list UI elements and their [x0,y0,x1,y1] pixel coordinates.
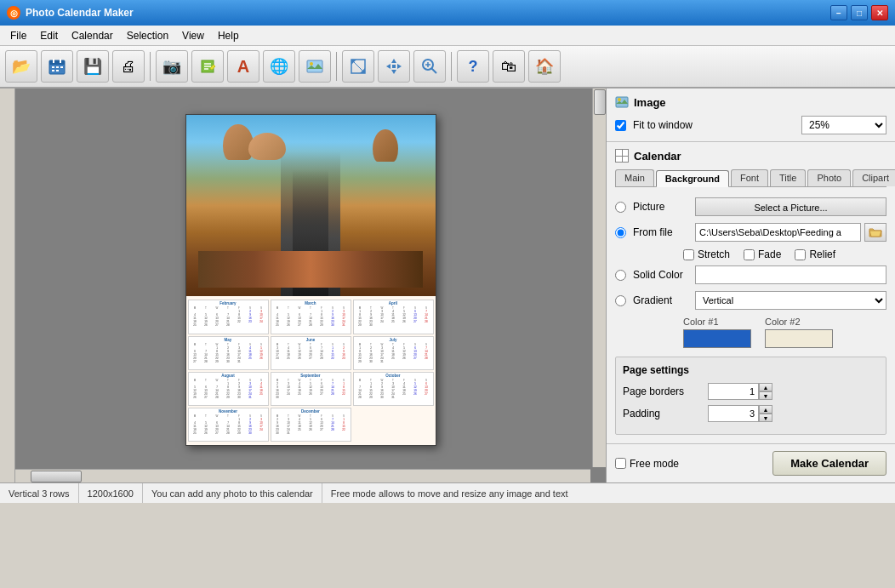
close-button[interactable]: ✕ [871,5,888,20]
print-btn[interactable]: 🖨 [112,50,145,83]
svg-rect-5 [56,66,59,68]
solid-color-input[interactable] [695,265,886,284]
resize-btn[interactable] [342,50,374,83]
svg-rect-8 [56,70,59,71]
maximize-button[interactable]: □ [851,5,868,20]
gradient-radio[interactable] [615,295,626,306]
svg-marker-20 [391,70,396,74]
menu-calendar[interactable]: Calendar [65,28,120,43]
zoom-select[interactable]: 25% 50% 75% 100% 150% 200% [801,116,886,134]
make-calendar-btn[interactable]: Make Calendar [772,451,886,476]
solid-color-label: Solid Color [633,269,688,281]
fade-checkbox[interactable] [744,249,755,260]
gradient-label: Gradient [633,294,688,306]
menu-edit[interactable]: Edit [33,28,65,43]
window-controls: − □ ✕ [830,5,888,20]
help-btn[interactable]: ? [457,50,489,83]
color1-swatch[interactable] [683,329,751,348]
tab-main[interactable]: Main [615,169,654,186]
padding-input[interactable] [708,405,759,422]
cal-month-feb: February MTWTFSS 123 45678910 1112131415… [188,300,269,334]
free-mode-checkbox[interactable] [615,458,626,469]
calendar-btn[interactable] [41,50,73,83]
solid-color-radio[interactable] [615,270,626,281]
color2-swatch[interactable] [765,329,833,348]
vertical-scrollbar[interactable] [592,88,606,467]
stretch-checkbox[interactable] [683,249,694,260]
gradient-select[interactable]: Vertical Horizontal Radial Diagonal [695,291,886,310]
relief-cb-item: Relief [795,248,835,260]
store-btn[interactable]: 🛍 [493,50,525,83]
menu-help[interactable]: Help [211,28,246,43]
app-title: Photo Calendar Maker [26,7,830,19]
menu-file[interactable]: File [3,28,33,43]
status-bar: Vertical 3 rows 1200x1600 You can add an… [0,482,895,503]
scroll-thumb-y[interactable] [594,89,606,115]
globe-btn[interactable]: 🌐 [263,50,295,83]
page-borders-up[interactable]: ▲ [759,383,772,391]
image-btn[interactable] [299,50,331,83]
menu-view[interactable]: View [175,28,211,43]
cal-month-mar: March MTWTFSS 123 45678910 1112131415161… [271,300,351,334]
open-btn[interactable]: 📂 [5,50,37,83]
make-calendar-row: Free mode Make Calendar [607,443,895,482]
color2-label: Color #2 [765,317,833,327]
cal-month-dec: December MTWTFSS 2345671 910111213148 16… [271,408,351,442]
tab-font[interactable]: Font [731,169,768,186]
padding-up[interactable]: ▲ [759,405,772,414]
toolbar-separator-1 [150,52,151,81]
free-mode-label: Free mode [630,458,679,470]
save-btn[interactable]: 💾 [77,50,109,83]
color1-item: Color #1 [683,317,751,348]
select-picture-btn[interactable]: Select a Picture... [695,197,886,216]
calendar-section-header: Calendar [615,149,886,163]
home-btn[interactable]: 🏠 [528,50,561,83]
padding-down[interactable]: ▼ [759,414,772,422]
page-settings: Page settings Page borders ▲ ▼ Padding [615,357,886,435]
svg-rect-7 [52,70,54,71]
tab-photo[interactable]: Photo [807,169,851,186]
status-mode-hint: Free mode allows to move and resize any … [322,483,577,503]
menu-bar: File Edit Calendar Selection View Help [0,26,895,46]
file-path-input[interactable] [695,223,861,242]
tab-title[interactable]: Title [770,169,806,186]
svg-rect-1 [49,60,65,65]
cal-month-nov: November MTWTFSS 123 45678910 1112131415… [188,408,269,442]
from-file-radio[interactable] [615,227,626,238]
cal-month-may: May MTWTFSS 12345 6789101112 13141516171… [188,336,269,370]
fit-to-window-checkbox[interactable] [615,120,626,131]
padding-row: Padding ▲ ▼ [623,405,879,422]
move-btn[interactable] [378,50,410,83]
page-borders-input[interactable] [708,383,759,400]
right-panel: Image Fit to window 25% 50% 75% 100% 150… [606,88,895,482]
tab-clipart[interactable]: Clipart [852,169,895,186]
svg-point-14 [310,62,313,66]
padding-spinners: ▲ ▼ [759,405,772,422]
fit-to-window-label: Fit to window [633,119,693,131]
fade-cb-item: Fade [744,248,781,260]
picture-row: Picture Select a Picture... [615,197,886,216]
minimize-button[interactable]: − [830,5,847,20]
menu-selection[interactable]: Selection [120,28,175,43]
stretch-cb-item: Stretch [683,248,730,260]
horizontal-scrollbar[interactable] [15,469,590,482]
padding-label: Padding [623,408,708,420]
camera-btn[interactable]: 📷 [156,50,188,83]
relief-checkbox[interactable] [795,249,806,260]
tab-background[interactable]: Background [656,170,729,187]
page-borders-down[interactable]: ▼ [759,391,772,400]
picture-radio[interactable] [615,202,626,213]
folder-browse-btn[interactable] [864,223,886,242]
svg-rect-6 [60,66,63,68]
toolbar: 📂 💾 🖨 📷 A 🌐 ? 🛍 🏠 [0,46,895,88]
canvas-area[interactable]: February MTWTFSS 123 45678910 1112131415… [15,88,606,482]
text-btn[interactable]: A [227,50,259,83]
calendar-section-icon [615,149,629,163]
color1-label: Color #1 [683,317,751,327]
zoom-btn[interactable] [413,50,446,83]
edit-btn[interactable] [191,50,224,83]
calendar-section-title: Calendar [634,150,681,163]
toolbar-separator-2 [336,52,337,81]
scroll-thumb-x[interactable] [31,471,82,482]
app-icon: ◎ [7,6,20,20]
